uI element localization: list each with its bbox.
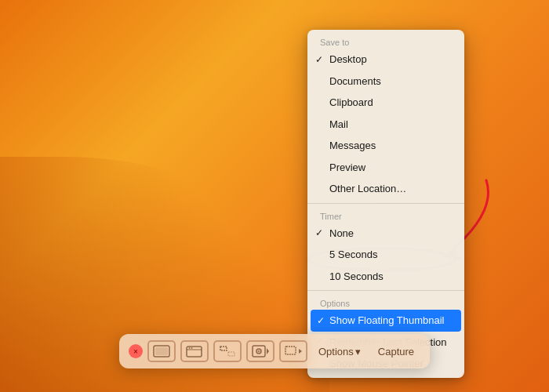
menu-item-preview[interactable]: Preview <box>307 157 464 179</box>
menu-item-documents[interactable]: Documents <box>307 71 464 93</box>
menu-item-other-location[interactable]: Other Location… <box>307 178 464 200</box>
context-menu: Save to Desktop Documents Clipboard Mail… <box>307 30 464 378</box>
menu-item-desktop[interactable]: Desktop <box>307 49 464 71</box>
svg-point-7 <box>191 347 192 349</box>
svg-marker-15 <box>299 349 302 354</box>
svg-rect-9 <box>228 352 235 356</box>
background <box>0 0 549 392</box>
separator-1 <box>307 203 464 204</box>
full-screen-icon <box>153 345 170 358</box>
separator-2 <box>307 290 464 291</box>
selection-icon <box>219 345 236 358</box>
options-button[interactable]: Options ▾ <box>312 343 367 361</box>
options-section-label: Options <box>307 294 464 310</box>
record-selection-button[interactable] <box>279 340 307 362</box>
chevron-icon: ▾ <box>355 346 361 358</box>
timer-label: Timer <box>307 207 464 223</box>
save-to-label: Save to <box>307 33 464 49</box>
svg-point-6 <box>188 347 190 349</box>
screen-record-icon <box>252 345 269 358</box>
capture-window-button[interactable] <box>180 340 209 362</box>
menu-item-5-seconds[interactable]: 5 Seconds <box>307 244 464 266</box>
menu-item-none[interactable]: None <box>307 223 464 245</box>
capture-selection-button[interactable] <box>213 340 242 362</box>
close-button[interactable]: × <box>129 344 143 358</box>
svg-rect-14 <box>285 347 296 354</box>
selection-record-icon <box>285 345 302 358</box>
svg-rect-8 <box>220 347 227 350</box>
window-icon <box>186 345 203 358</box>
svg-point-13 <box>257 350 260 353</box>
screenshot-toolbar: × Opti <box>119 334 430 368</box>
close-icon: × <box>133 347 138 356</box>
capture-button[interactable]: Capture <box>372 343 420 361</box>
record-screen-button[interactable] <box>246 340 274 362</box>
menu-item-clipboard[interactable]: Clipboard <box>307 92 464 114</box>
menu-item-show-floating-thumbnail[interactable]: Show Floating Thumbnail <box>311 310 461 332</box>
menu-item-10-seconds[interactable]: 10 Seconds <box>307 266 464 288</box>
svg-marker-11 <box>267 348 269 354</box>
menu-item-messages[interactable]: Messages <box>307 135 464 157</box>
capture-screen-button[interactable] <box>147 340 176 362</box>
svg-rect-3 <box>155 347 168 355</box>
menu-item-mail[interactable]: Mail <box>307 114 464 136</box>
